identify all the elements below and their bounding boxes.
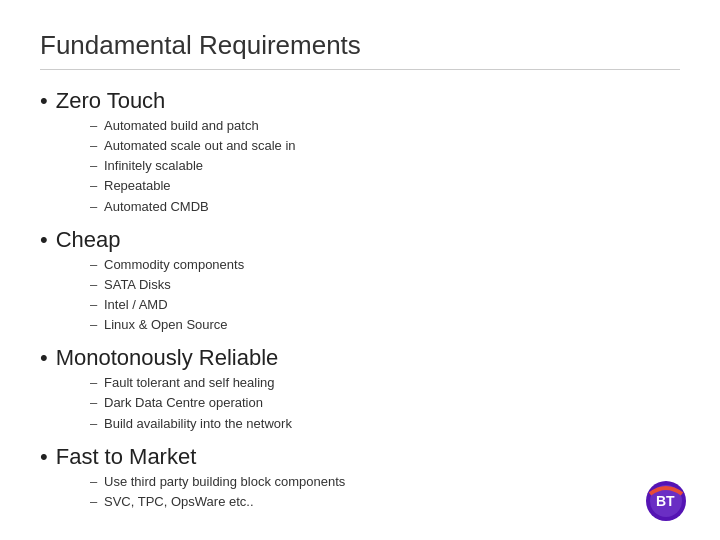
list-item: Build availability into the network bbox=[90, 414, 680, 434]
sub-list-1: Commodity componentsSATA DisksIntel / AM… bbox=[40, 255, 680, 336]
bullet-label-0: Zero Touch bbox=[56, 88, 166, 114]
list-item: SVC, TPC, OpsWare etc.. bbox=[90, 492, 680, 512]
list-item: Intel / AMD bbox=[90, 295, 680, 315]
bullet-dot-3: • bbox=[40, 444, 48, 470]
bullet-header-3: •Fast to Market bbox=[40, 444, 680, 470]
slide-title: Fundamental Requirements bbox=[40, 30, 680, 70]
sub-list-2: Fault tolerant and self healingDark Data… bbox=[40, 373, 680, 433]
bullets-container: •Zero TouchAutomated build and patchAuto… bbox=[40, 88, 680, 512]
list-item: Use third party building block component… bbox=[90, 472, 680, 492]
svg-text:BT: BT bbox=[656, 493, 675, 509]
bullet-section-1: •CheapCommodity componentsSATA DisksInte… bbox=[40, 227, 680, 336]
list-item: Automated CMDB bbox=[90, 197, 680, 217]
bullet-section-2: •Monotonously ReliableFault tolerant and… bbox=[40, 345, 680, 433]
list-item: Linux & Open Source bbox=[90, 315, 680, 335]
bullet-section-0: •Zero TouchAutomated build and patchAuto… bbox=[40, 88, 680, 217]
slide: Fundamental Requirements •Zero TouchAuto… bbox=[0, 0, 720, 540]
bullet-header-0: •Zero Touch bbox=[40, 88, 680, 114]
bullet-label-3: Fast to Market bbox=[56, 444, 197, 470]
bullet-header-2: •Monotonously Reliable bbox=[40, 345, 680, 371]
bt-logo: BT bbox=[640, 480, 692, 522]
bullet-dot-0: • bbox=[40, 88, 48, 114]
bullet-dot-1: • bbox=[40, 227, 48, 253]
list-item: Commodity components bbox=[90, 255, 680, 275]
sub-list-0: Automated build and patchAutomated scale… bbox=[40, 116, 680, 217]
list-item: Automated build and patch bbox=[90, 116, 680, 136]
list-item: Dark Data Centre operation bbox=[90, 393, 680, 413]
bullet-dot-2: • bbox=[40, 345, 48, 371]
list-item: Fault tolerant and self healing bbox=[90, 373, 680, 393]
bullet-label-2: Monotonously Reliable bbox=[56, 345, 279, 371]
sub-list-3: Use third party building block component… bbox=[40, 472, 680, 512]
bullet-section-3: •Fast to MarketUse third party building … bbox=[40, 444, 680, 512]
bullet-header-1: •Cheap bbox=[40, 227, 680, 253]
bullet-label-1: Cheap bbox=[56, 227, 121, 253]
list-item: SATA Disks bbox=[90, 275, 680, 295]
list-item: Automated scale out and scale in bbox=[90, 136, 680, 156]
list-item: Repeatable bbox=[90, 176, 680, 196]
list-item: Infinitely scalable bbox=[90, 156, 680, 176]
bt-logo-icon: BT bbox=[640, 480, 692, 522]
